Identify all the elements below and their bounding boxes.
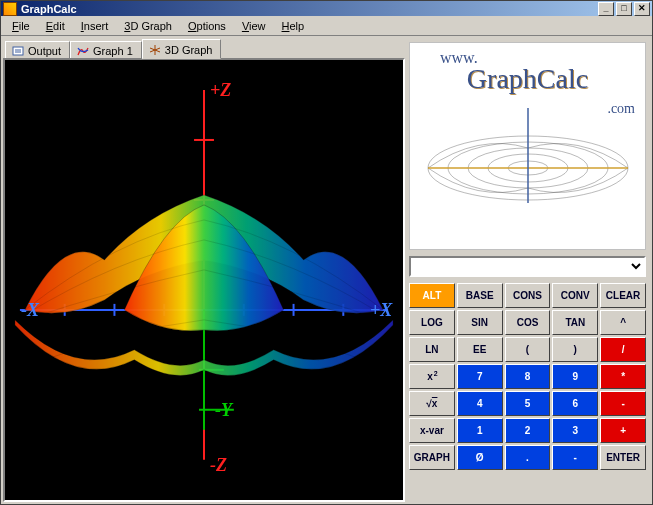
multiply-key[interactable]: *	[600, 364, 646, 389]
svg-rect-0	[13, 47, 23, 55]
neg-key[interactable]: -	[552, 445, 598, 470]
8-key[interactable]: 8	[505, 364, 551, 389]
tab-label: Graph 1	[93, 45, 133, 57]
menubar: FileEditInsert3D GraphOptionsViewHelp	[1, 16, 652, 36]
5-key[interactable]: 5	[505, 391, 551, 416]
4-key[interactable]: 4	[457, 391, 503, 416]
graph-key[interactable]: GRAPH	[409, 445, 455, 470]
sqrt-key[interactable]: √x	[409, 391, 455, 416]
menu-edit[interactable]: Edit	[39, 18, 72, 34]
tan-key[interactable]: TAN	[552, 310, 598, 335]
ee-key[interactable]: EE	[457, 337, 503, 362]
3-key[interactable]: 3	[552, 418, 598, 443]
log-key[interactable]: LOG	[409, 310, 455, 335]
logo-com: .com	[607, 101, 635, 117]
keypad: ALTBASECONSCONVCLEARLOGSINCOSTAN^LNEE()/…	[409, 283, 646, 470]
menu-help[interactable]: Help	[275, 18, 312, 34]
expression-input[interactable]	[409, 256, 646, 277]
graph2d-icon	[77, 45, 89, 57]
cos-key[interactable]: COS	[505, 310, 551, 335]
base-key[interactable]: BASE	[457, 283, 503, 308]
power-key[interactable]: ^	[600, 310, 646, 335]
menu-3d-graph[interactable]: 3D Graph	[117, 18, 179, 34]
output-icon	[12, 45, 24, 57]
conv-key[interactable]: CONV	[552, 283, 598, 308]
axis-label-neg-x: -X	[21, 300, 39, 321]
tab-output[interactable]: Output	[5, 41, 70, 59]
rparen-key[interactable]: )	[552, 337, 598, 362]
titlebar: GraphCalc _ □ ✕	[1, 1, 652, 16]
divide-key[interactable]: /	[600, 337, 646, 362]
lparen-key[interactable]: (	[505, 337, 551, 362]
tab-label: 3D Graph	[165, 44, 213, 56]
logo-area: www. GraphCalc .com	[409, 42, 646, 250]
tab-graph-1[interactable]: Graph 1	[70, 41, 142, 59]
expression-input-row	[409, 256, 646, 277]
app-window: GraphCalc _ □ ✕ FileEditInsert3D GraphOp…	[0, 0, 653, 505]
cons-key[interactable]: CONS	[505, 283, 551, 308]
close-button[interactable]: ✕	[634, 2, 650, 16]
maximize-button[interactable]: □	[616, 2, 632, 16]
menu-file[interactable]: File	[5, 18, 37, 34]
app-icon	[3, 2, 17, 16]
graph-3d-canvas	[5, 60, 403, 500]
graph3d-icon	[149, 44, 161, 56]
xvar-key[interactable]: x-var	[409, 418, 455, 443]
menu-options[interactable]: Options	[181, 18, 233, 34]
1-key[interactable]: 1	[457, 418, 503, 443]
axis-label-neg-y: -Y	[215, 400, 232, 421]
axis-label-pos-z: +Z	[210, 80, 231, 101]
6-key[interactable]: 6	[552, 391, 598, 416]
tab-label: Output	[28, 45, 61, 57]
alt-key[interactable]: ALT	[409, 283, 455, 308]
9-key[interactable]: 9	[552, 364, 598, 389]
tab-strip: OutputGraph 13D Graph	[3, 38, 405, 58]
square-key[interactable]: x2	[409, 364, 455, 389]
plus-key[interactable]: +	[600, 418, 646, 443]
clear-key[interactable]: CLEAR	[600, 283, 646, 308]
window-title: GraphCalc	[21, 3, 598, 15]
right-pane: www. GraphCalc .com	[405, 38, 650, 502]
axis-label-pos-x: +X	[370, 300, 392, 321]
zero-key[interactable]: Ø	[457, 445, 503, 470]
minimize-button[interactable]: _	[598, 2, 614, 16]
2-key[interactable]: 2	[505, 418, 551, 443]
dot-key[interactable]: .	[505, 445, 551, 470]
logo-name: GraphCalc	[467, 63, 588, 95]
tab-3d-graph[interactable]: 3D Graph	[142, 39, 222, 59]
axis-label-neg-z: -Z	[210, 455, 227, 476]
menu-view[interactable]: View	[235, 18, 273, 34]
minus-key[interactable]: -	[600, 391, 646, 416]
ln-key[interactable]: LN	[409, 337, 455, 362]
enter-key[interactable]: ENTER	[600, 445, 646, 470]
left-pane: OutputGraph 13D Graph	[3, 38, 405, 502]
sin-key[interactable]: SIN	[457, 310, 503, 335]
menu-insert[interactable]: Insert	[74, 18, 116, 34]
graph-3d-view[interactable]: +Z -Z +X -X -Y	[3, 58, 405, 502]
logo-graphic	[418, 93, 638, 213]
7-key[interactable]: 7	[457, 364, 503, 389]
